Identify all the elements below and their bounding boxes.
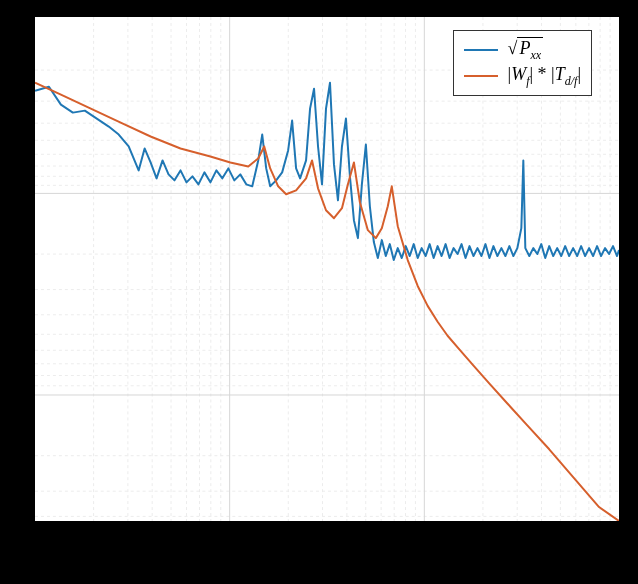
legend-swatch-orange bbox=[464, 75, 498, 78]
legend-entry: |Wf| * |Td/f| bbox=[464, 63, 581, 89]
legend: Pxx |Wf| * |Td/f| bbox=[453, 30, 592, 96]
legend-swatch-blue bbox=[464, 49, 498, 52]
legend-label: Pxx bbox=[508, 37, 544, 63]
legend-entry: Pxx bbox=[464, 37, 581, 63]
legend-label: |Wf| * |Td/f| bbox=[508, 64, 581, 89]
series-sqrt_Pxx bbox=[35, 83, 619, 260]
